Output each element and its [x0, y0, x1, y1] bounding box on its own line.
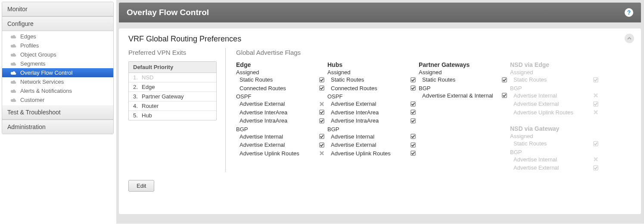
flag-row: Advertise Internal — [510, 91, 600, 100]
priority-number: 2. — [133, 84, 139, 90]
flag-group-label: BGP — [236, 126, 327, 133]
help-icon[interactable]: ? — [625, 8, 633, 17]
flag-row: Static Routes — [510, 76, 600, 84]
flag-column-title: Hubs — [327, 61, 418, 68]
sidebar-item-network-services[interactable]: Network Services — [2, 77, 113, 86]
flag-group-label: Assigned — [327, 69, 418, 76]
page-header: Overlay Flow Control ? — [119, 3, 641, 22]
edit-button[interactable]: Edit — [128, 180, 154, 192]
sidebar-item-object-groups[interactable]: Object Groups — [2, 50, 113, 59]
flag-row: Connected Routes — [327, 84, 418, 93]
flag-name: Advertise External — [513, 100, 559, 108]
flag-row: Advertise External — [510, 100, 600, 108]
sidebar-configure-list: EdgesProfilesObject GroupsSegmentsOverla… — [2, 31, 113, 105]
checkbox-checked-icon — [410, 109, 416, 115]
sidebar-item-label: Object Groups — [20, 51, 56, 58]
flag-group-label: OSPF — [236, 93, 327, 100]
priority-table-header: Default Priority — [129, 62, 216, 73]
flag-row: Advertise External & Internal — [419, 91, 509, 100]
sidebar-section-configure[interactable]: Configure — [2, 16, 113, 31]
flag-row: Advertise External — [327, 100, 418, 108]
x-icon — [319, 101, 325, 107]
flag-name: Connected Routes — [331, 84, 377, 93]
checkbox-checked-icon — [501, 92, 507, 98]
flag-name: Connected Routes — [240, 84, 286, 93]
checkbox-checked-icon — [593, 77, 599, 83]
flag-row: Advertise Internal — [510, 155, 600, 164]
x-icon — [593, 109, 599, 115]
flag-column-nsd-via-gateway: NSD via GatewayAssignedStatic RoutesBGPA… — [510, 125, 600, 172]
sidebar-item-label: Overlay Flow Control — [20, 69, 72, 76]
flags-heading: Global Advertise Flags — [236, 49, 632, 56]
flag-column-title: NSD via Edge — [510, 61, 600, 68]
sidebar-item-customer[interactable]: Customer — [2, 95, 113, 104]
flag-row: Advertise IntraArea — [236, 117, 327, 125]
flag-group-label: Assigned — [419, 69, 509, 76]
flag-row: Advertise Internal — [327, 133, 418, 141]
flag-name: Advertise Uplink Routes — [331, 149, 391, 158]
priority-table-body: 1.NSD2.Edge3.Partner Gateway4.Router5.Hu… — [129, 73, 216, 120]
flag-name: Advertise External & Internal — [422, 91, 493, 100]
sidebar-item-edges[interactable]: Edges — [2, 32, 113, 41]
checkbox-checked-icon — [501, 77, 507, 83]
sidebar-item-label: Profiles — [20, 42, 39, 49]
preferred-vpn-exits: Preferred VPN Exits Default Priority 1.N… — [128, 48, 226, 172]
sidebar-section-test[interactable]: Test & Troubleshoot — [2, 105, 113, 120]
flag-row: Advertise InterArea — [327, 108, 418, 117]
priority-row: 1.NSD — [129, 73, 216, 82]
sidebar-item-label: Segments — [20, 60, 46, 67]
checkbox-checked-icon — [410, 101, 416, 107]
flag-row: Advertise Uplink Routes — [327, 149, 418, 158]
content-panel: VRF Global Routing Preferences Preferred… — [119, 28, 641, 214]
sidebar-section-admin[interactable]: Administration — [2, 120, 113, 134]
checkbox-checked-icon — [319, 77, 325, 83]
flag-row: Static Routes — [327, 76, 418, 84]
sidebar-item-profiles[interactable]: Profiles — [2, 41, 113, 50]
checkbox-checked-icon — [593, 101, 599, 107]
x-icon — [319, 150, 325, 156]
sidebar-item-overlay-flow-control[interactable]: Overlay Flow Control — [2, 68, 113, 77]
priority-row: 3.Partner Gateway — [129, 92, 216, 101]
flag-column-partner-gateways: Partner GatewaysAssignedStatic RoutesBGP… — [419, 61, 509, 172]
sidebar: Monitor Configure EdgesProfilesObject Gr… — [2, 2, 114, 134]
sidebar-item-alerts-notifications[interactable]: Alerts & Notifications — [2, 86, 113, 95]
flag-group-label: OSPF — [327, 93, 418, 100]
flag-group-label: BGP — [327, 126, 418, 133]
flag-name: Advertise InterArea — [240, 108, 287, 117]
flag-row: Advertise External — [510, 164, 600, 172]
flag-row: Advertise IntraArea — [327, 117, 418, 125]
flag-column-title: Partner Gateways — [419, 61, 509, 68]
sidebar-item-label: Network Services — [20, 79, 64, 85]
checkbox-checked-icon — [319, 109, 325, 115]
flag-name: Static Routes — [513, 139, 547, 148]
flag-name: Advertise IntraArea — [331, 117, 379, 125]
flag-name: Static Routes — [513, 76, 547, 84]
collapse-panel-button[interactable] — [625, 34, 634, 43]
checkbox-checked-icon — [410, 77, 416, 83]
flag-row: Connected Routes — [236, 84, 327, 93]
priority-number: 5. — [133, 112, 139, 119]
priority-number: 3. — [133, 93, 139, 100]
flag-row: Static Routes — [419, 76, 509, 84]
sidebar-item-segments[interactable]: Segments — [2, 59, 113, 68]
flag-group-label: BGP — [419, 85, 509, 91]
flag-name: Static Routes — [422, 76, 455, 84]
sidebar-section-monitor[interactable]: Monitor — [2, 2, 113, 16]
flag-row: Advertise Uplink Routes — [236, 149, 327, 158]
checkbox-checked-icon — [410, 133, 416, 139]
sidebar-item-label: Customer — [20, 97, 44, 103]
priority-row: 4.Router — [129, 101, 216, 111]
priority-label: Hub — [142, 112, 152, 119]
priority-label: NSD — [142, 74, 153, 81]
flag-name: Advertise External — [240, 141, 285, 149]
flag-row: Advertise External — [327, 141, 418, 149]
flag-row: Advertise External — [236, 141, 327, 149]
flag-name: Static Routes — [240, 76, 273, 84]
priority-number: 1. — [133, 74, 139, 81]
sidebar-item-label: Edges — [20, 33, 36, 40]
flag-column-nsd-via-edge: NSD via EdgeAssignedStatic RoutesBGPAdve… — [510, 61, 600, 172]
flag-group-label: Assigned — [510, 69, 600, 76]
flag-name: Static Routes — [331, 76, 364, 84]
checkbox-checked-icon — [593, 165, 599, 171]
priority-number: 4. — [133, 103, 139, 109]
